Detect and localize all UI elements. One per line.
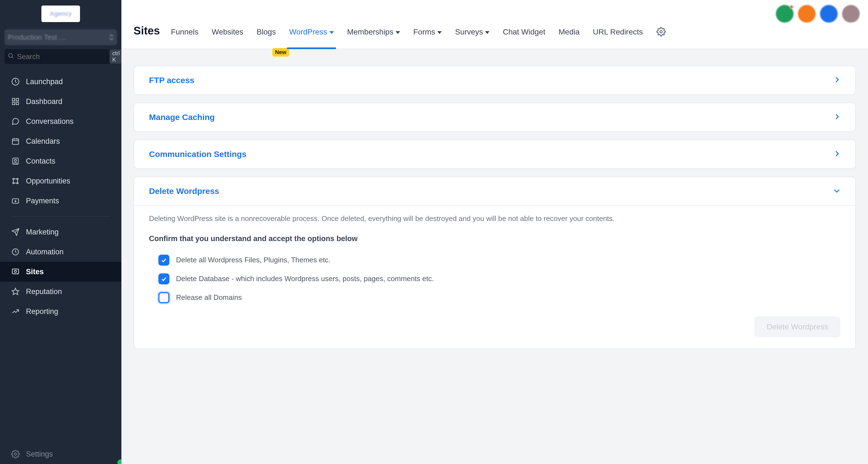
sidebar-item-conversations[interactable]: Conversations [0, 112, 121, 131]
panel-header-caching[interactable]: Manage Caching [134, 103, 855, 131]
sidebar-item-dashboard[interactable]: Dashboard [0, 92, 121, 112]
logo: Agency [0, 0, 121, 25]
delete-options: Delete all Wordpress Files, Plugins, The… [149, 251, 840, 307]
automation-icon [11, 247, 20, 256]
svg-line-1 [12, 57, 13, 58]
checkbox-domains[interactable] [158, 292, 169, 303]
sidebar-item-label: Marketing [26, 228, 59, 237]
chevron-down-icon [330, 31, 334, 34]
svg-point-20 [14, 270, 17, 273]
sidebar-item-payments[interactable]: Payments [0, 191, 121, 211]
checkbox-files[interactable] [158, 255, 169, 266]
tab-blogs[interactable]: BlogsNew [257, 28, 276, 49]
tab-label: WordPress [289, 28, 327, 36]
option-label: Delete Database - which includes Wordpre… [176, 275, 434, 283]
tab-separator [643, 25, 643, 37]
chevron-down-icon [437, 31, 442, 34]
panel-header-delete[interactable]: Delete Wordpress [134, 177, 855, 205]
svg-point-22 [14, 453, 17, 455]
sidebar-item-launchpad[interactable]: Launchpad [0, 72, 121, 92]
dashboard-icon [11, 97, 20, 106]
sidebar-item-calendars[interactable]: Calendars [0, 131, 121, 151]
search-icon [8, 53, 14, 60]
chevron-right-icon [833, 76, 840, 85]
tab-url-redirects[interactable]: URL Redirects [593, 28, 643, 49]
tab-funnels[interactable]: Funnels [171, 28, 199, 49]
settings-button[interactable] [656, 27, 666, 49]
option-label: Release all Domains [176, 293, 242, 302]
option-files: Delete all Wordpress Files, Plugins, The… [149, 251, 840, 270]
tab-wordpress[interactable]: WordPress [289, 28, 334, 49]
search-input[interactable] [17, 53, 107, 61]
tab-surveys[interactable]: Surveys [455, 28, 490, 49]
svg-point-15 [13, 182, 14, 184]
sidebar-item-reputation[interactable]: Reputation [0, 282, 121, 302]
sidebar-item-label: Settings [26, 450, 53, 459]
conversations-icon [11, 117, 20, 126]
marketing-icon [11, 227, 20, 237]
panel-comm: Communication Settings [133, 140, 856, 169]
sidebar: Agency Production Test .... ctrl K Launc… [0, 0, 121, 464]
sidebar-item-label: Calendars [26, 137, 60, 146]
tab-memberships[interactable]: Memberships [347, 28, 400, 49]
search-shortcut: ctrl K [110, 50, 123, 64]
sidebar-item-label: Contacts [26, 157, 56, 165]
panel-title: Delete Wordpress [149, 186, 219, 196]
calendars-icon [11, 137, 20, 146]
opportunities-icon [11, 177, 20, 185]
tab-label: Memberships [347, 28, 394, 36]
search-box[interactable]: ctrl K [4, 49, 126, 64]
sidebar-item-label: Dashboard [26, 97, 62, 106]
option-label: Delete all Wordpress Files, Plugins, The… [176, 256, 331, 264]
account-switcher[interactable]: Production Test .... [4, 29, 117, 45]
panel-title: Manage Caching [149, 113, 215, 122]
sidebar-item-label: Reporting [26, 307, 58, 316]
nav-primary: LaunchpadDashboardConversationsCalendars… [0, 69, 121, 214]
nav-divider [11, 216, 111, 217]
sidebar-item-opportunities[interactable]: Opportunities [0, 171, 121, 191]
chevron-right-icon [833, 150, 840, 158]
nav-secondary: MarketingAutomationSitesReputationReport… [0, 219, 121, 324]
launchpad-icon [11, 77, 20, 86]
sites-icon [11, 267, 20, 276]
delete-wordpress-button[interactable]: Delete Wordpress [754, 316, 840, 337]
sidebar-item-label: Launchpad [26, 78, 63, 86]
content: FTP access Manage Caching Communication … [121, 49, 868, 464]
logo-text: Agency [50, 10, 71, 18]
svg-point-16 [17, 182, 18, 184]
sidebar-item-label: Conversations [26, 117, 74, 126]
chevron-down-icon [396, 31, 400, 34]
option-db: Delete Database - which includes Wordpre… [149, 270, 840, 288]
tab-media[interactable]: Media [559, 28, 580, 49]
tab-label: URL Redirects [593, 28, 643, 36]
tab-forms[interactable]: Forms [413, 28, 442, 49]
tab-chat-widget[interactable]: Chat Widget [503, 28, 545, 49]
sidebar-item-settings[interactable]: Settings [0, 444, 121, 464]
sidebar-item-label: Automation [26, 248, 64, 256]
panel-delete: Delete Wordpress Deleting WordPress site… [133, 177, 856, 349]
panel-title: FTP access [149, 75, 194, 85]
svg-rect-5 [12, 102, 15, 105]
svg-point-12 [14, 159, 17, 162]
reporting-icon [11, 307, 20, 316]
option-domains: Release all Domains [149, 288, 840, 307]
svg-rect-3 [12, 98, 15, 101]
tab-label: Forms [413, 28, 435, 36]
panel-header-comm[interactable]: Communication Settings [134, 140, 855, 168]
sidebar-item-reporting[interactable]: Reporting [0, 302, 121, 321]
chevron-down-icon [485, 31, 490, 34]
tab-label: Blogs [257, 28, 276, 36]
svg-marker-21 [12, 288, 19, 295]
updown-icon [109, 34, 114, 40]
sidebar-item-marketing[interactable]: Marketing [0, 222, 121, 242]
sidebar-item-contacts[interactable]: Contacts [0, 151, 121, 171]
svg-rect-7 [12, 139, 19, 144]
panel-ftp: FTP access [133, 66, 856, 95]
sidebar-item-automation[interactable]: Automation [0, 242, 121, 262]
sidebar-item-sites[interactable]: Sites [0, 262, 121, 282]
tab-websites[interactable]: Websites [212, 28, 243, 49]
panel-header-ftp[interactable]: FTP access [134, 66, 855, 94]
checkbox-db[interactable] [158, 273, 169, 284]
contacts-icon [11, 157, 20, 165]
svg-rect-19 [12, 269, 19, 274]
